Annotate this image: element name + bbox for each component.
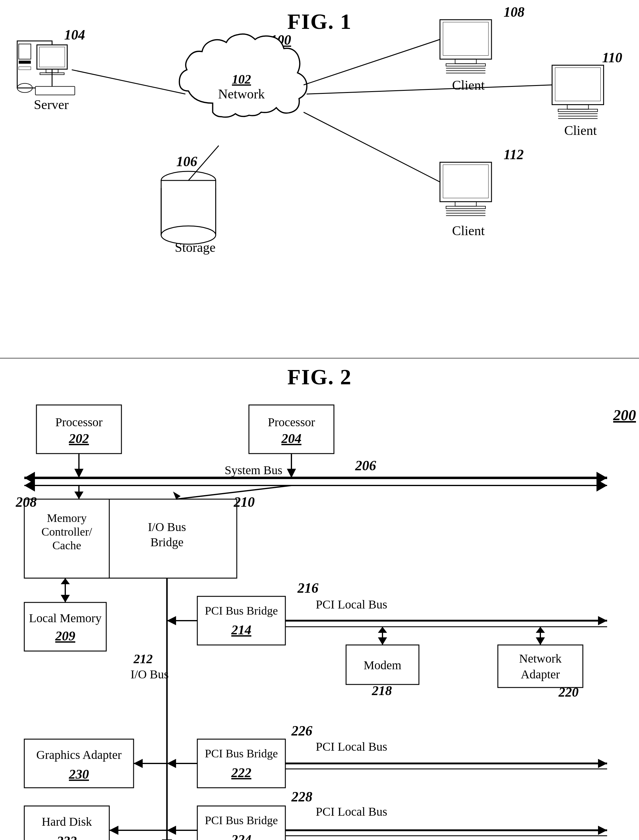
svg-rect-8: [46, 69, 58, 73]
svg-rect-2: [17, 41, 52, 88]
svg-point-16: [161, 226, 216, 244]
svg-rect-9: [40, 73, 64, 75]
svg-marker-118: [536, 627, 545, 633]
svg-marker-69: [75, 469, 83, 478]
svg-text:Client: Client: [564, 123, 597, 138]
svg-text:110: 110: [602, 50, 622, 65]
fig1-diagram-svg: 102 Network 104 Server 106 Storage: [0, 0, 639, 358]
svg-text:PCI Bus Bridge: PCI Bus Bridge: [205, 747, 278, 760]
svg-text:112: 112: [504, 147, 524, 162]
svg-rect-30: [552, 65, 604, 105]
svg-marker-128: [109, 826, 118, 835]
svg-text:Cache: Cache: [52, 539, 81, 552]
svg-text:I/O Bus: I/O Bus: [148, 520, 186, 534]
svg-text:System Bus: System Bus: [225, 463, 282, 477]
svg-marker-143: [167, 826, 176, 835]
svg-rect-10: [35, 86, 75, 95]
svg-text:Memory: Memory: [47, 512, 87, 524]
fig1-section: FIG. 1 100 102 Network 104 Server: [0, 0, 639, 359]
svg-text:Storage: Storage: [175, 240, 216, 255]
svg-marker-110: [378, 638, 387, 645]
svg-text:PCI Local Bus: PCI Local Bus: [316, 805, 387, 818]
svg-rect-85: [24, 603, 106, 651]
svg-text:202: 202: [68, 431, 89, 446]
svg-rect-40: [443, 165, 488, 198]
svg-marker-90: [61, 578, 70, 584]
svg-rect-31: [555, 68, 601, 101]
svg-text:200: 200: [613, 406, 636, 424]
svg-rect-6: [37, 45, 67, 69]
svg-text:209: 209: [55, 628, 75, 644]
svg-rect-57: [249, 405, 334, 454]
svg-rect-54: [37, 405, 121, 454]
svg-text:Network: Network: [519, 652, 561, 665]
svg-text:PCI Local Bus: PCI Local Bus: [316, 740, 387, 754]
svg-text:106: 106: [176, 154, 197, 169]
svg-text:Client: Client: [452, 223, 485, 238]
fig1-label-100: 100: [270, 32, 291, 48]
svg-rect-33: [558, 109, 598, 112]
svg-text:PCI Bus Bridge: PCI Bus Bridge: [205, 604, 278, 617]
svg-text:Controller/: Controller/: [41, 525, 92, 538]
svg-text:PCI Local Bus: PCI Local Bus: [316, 598, 387, 611]
svg-text:Processor: Processor: [268, 415, 315, 429]
svg-marker-111: [378, 627, 387, 633]
svg-rect-39: [440, 162, 491, 202]
svg-text:212: 212: [133, 652, 153, 666]
svg-line-50: [304, 40, 440, 85]
svg-text:204: 204: [281, 431, 302, 446]
svg-line-49: [189, 145, 219, 180]
svg-rect-42: [446, 206, 485, 209]
svg-text:232: 232: [56, 834, 77, 840]
svg-marker-82: [75, 491, 83, 499]
svg-marker-84: [173, 491, 181, 499]
svg-rect-7: [40, 47, 65, 67]
svg-marker-123: [134, 759, 143, 768]
svg-marker-117: [536, 638, 545, 645]
svg-text:Server: Server: [34, 97, 69, 112]
svg-line-48: [72, 70, 185, 94]
fig1-title: FIG. 1: [0, 0, 639, 34]
fig2-title: FIG. 2: [12, 365, 627, 390]
svg-marker-71: [287, 469, 296, 478]
svg-rect-112: [498, 645, 583, 687]
svg-marker-65: [596, 480, 607, 491]
svg-text:220: 220: [558, 685, 579, 700]
svg-text:Adapter: Adapter: [521, 668, 560, 681]
svg-point-11: [17, 84, 32, 92]
svg-marker-99: [167, 616, 176, 625]
svg-rect-95: [197, 596, 285, 645]
svg-text:Modem: Modem: [364, 658, 401, 672]
svg-text:206: 206: [355, 458, 376, 473]
svg-marker-147: [598, 826, 607, 835]
svg-rect-24: [446, 64, 485, 66]
svg-text:218: 218: [372, 683, 392, 698]
svg-text:Hard Disk: Hard Disk: [41, 815, 92, 829]
svg-text:208: 208: [16, 494, 37, 510]
svg-marker-89: [61, 595, 70, 603]
svg-marker-133: [167, 759, 176, 768]
svg-text:230: 230: [68, 767, 89, 782]
svg-line-51: [307, 85, 552, 94]
svg-text:Client: Client: [452, 78, 485, 92]
svg-text:Bridge: Bridge: [151, 535, 184, 549]
svg-marker-64: [24, 480, 35, 491]
svg-rect-15: [161, 180, 216, 235]
svg-rect-5: [19, 67, 31, 70]
svg-text:228: 228: [291, 789, 312, 805]
svg-text:102: 102: [232, 72, 251, 86]
svg-rect-41: [455, 202, 476, 206]
svg-rect-23: [455, 59, 476, 64]
svg-text:I/O Bus: I/O Bus: [130, 668, 169, 681]
svg-marker-137: [598, 759, 607, 768]
svg-rect-129: [197, 739, 285, 788]
svg-text:Processor: Processor: [55, 415, 103, 429]
svg-text:226: 226: [291, 723, 312, 738]
svg-text:Local Memory: Local Memory: [29, 611, 102, 625]
svg-text:PCI Bus Bridge: PCI Bus Bridge: [205, 814, 278, 827]
svg-text:222: 222: [231, 765, 251, 780]
svg-line-52: [304, 112, 440, 182]
svg-text:210: 210: [234, 494, 255, 510]
svg-rect-32: [567, 105, 589, 109]
fig2-section: FIG. 2 200 Processor 202 Processor 204 S…: [0, 359, 639, 840]
